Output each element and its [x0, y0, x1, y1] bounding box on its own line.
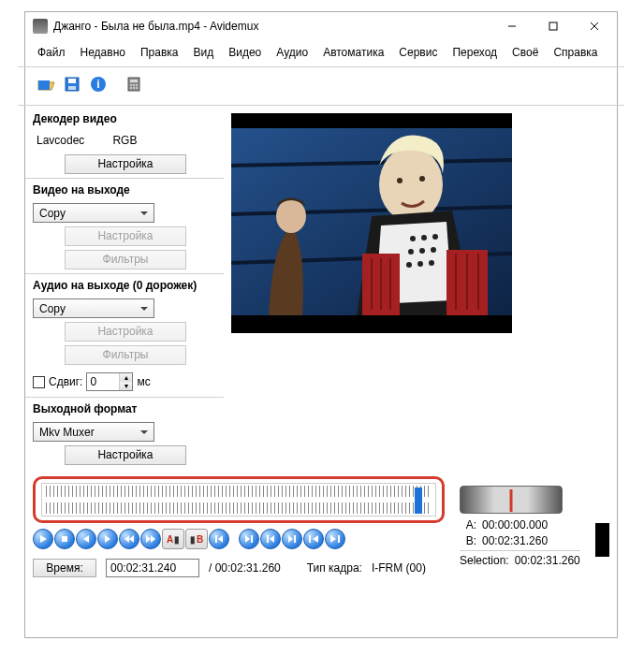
svg-rect-49 [309, 535, 311, 543]
set-marker-a-button[interactable]: A▮ [162, 529, 184, 549]
frame-type-label: Тип кадра: [307, 561, 362, 575]
app-window: Джанго - Была не была.mp4 - Avidemux Фай… [24, 11, 618, 638]
video-configure-button: Настройка [65, 226, 186, 246]
menubar: Файл Недавно Правка Вид Видео Аудио Авто… [25, 40, 617, 65]
video-codec-select[interactable]: Copy [33, 203, 154, 223]
calculator-icon[interactable] [123, 73, 145, 95]
svg-point-43 [276, 199, 306, 233]
svg-point-41 [417, 261, 423, 267]
svg-text:i: i [96, 78, 99, 91]
svg-rect-45 [215, 535, 217, 543]
prev-frame-button[interactable] [76, 529, 96, 549]
marker-b-label: B: [460, 534, 476, 547]
menu-service[interactable]: Сервис [392, 42, 444, 63]
svg-rect-6 [68, 86, 76, 90]
selection-value: 00:02:31.260 [515, 554, 580, 567]
decoder-configure-button[interactable]: Настройка [65, 154, 186, 174]
timeline-highlight [33, 476, 445, 523]
svg-point-24 [397, 178, 402, 183]
current-time-field[interactable]: 00:02:31.240 [106, 559, 199, 577]
svg-rect-10 [130, 80, 138, 82]
svg-rect-46 [251, 535, 253, 543]
prev-keyframe-button[interactable] [119, 529, 139, 549]
close-button[interactable] [574, 13, 615, 39]
titlebar[interactable]: Джанго - Была не была.mp4 - Avidemux [25, 12, 617, 40]
menu-edit[interactable]: Правка [134, 42, 185, 63]
svg-point-35 [421, 235, 427, 240]
audio-out-title: Аудио на выходе (0 дорожек) [33, 276, 216, 295]
decoder-format: RGB [112, 134, 137, 147]
svg-rect-1 [549, 22, 557, 30]
set-marker-b-button[interactable]: ▮B [185, 529, 208, 549]
prev-black-button[interactable] [260, 529, 281, 549]
next-keyframe-button[interactable] [140, 529, 161, 549]
muxer-select[interactable]: Mkv Muxer [33, 422, 154, 442]
menu-video[interactable]: Видео [222, 42, 268, 63]
menu-audio[interactable]: Аудио [270, 42, 315, 63]
info-icon[interactable]: i [87, 73, 110, 95]
svg-point-40 [406, 262, 412, 268]
audio-codec-select[interactable]: Copy [33, 298, 154, 318]
shift-input[interactable] [87, 373, 119, 390]
window-title: Джанго - Была не была.mp4 - Avidemux [53, 20, 491, 33]
transport-bar: A▮ ▮B [33, 529, 445, 549]
menu-help[interactable]: Справка [547, 42, 604, 63]
maximize-button[interactable] [533, 13, 574, 39]
svg-point-42 [429, 260, 434, 266]
selection-label: Selection: [460, 554, 509, 567]
menu-file[interactable]: Файл [31, 42, 72, 63]
app-icon [33, 19, 48, 34]
play-button[interactable] [33, 529, 53, 549]
svg-point-13 [136, 84, 138, 86]
svg-rect-47 [267, 535, 269, 543]
go-start-button[interactable] [303, 529, 324, 549]
frame-type-value: I-FRM (00) [372, 561, 426, 575]
svg-rect-44 [62, 536, 67, 542]
time-button[interactable]: Время: [33, 559, 96, 577]
menu-recent[interactable]: Недавно [74, 42, 132, 63]
svg-point-12 [133, 84, 135, 86]
next-cut-button[interactable] [239, 529, 259, 549]
svg-point-15 [133, 87, 135, 89]
stop-button[interactable] [54, 529, 75, 549]
open-icon[interactable] [35, 73, 57, 95]
muxer-configure-button[interactable]: Настройка [65, 445, 186, 465]
svg-point-39 [431, 247, 436, 253]
divider [25, 397, 224, 398]
divider [18, 66, 624, 67]
next-black-button[interactable] [282, 529, 302, 549]
menu-view[interactable]: Вид [187, 42, 221, 63]
prev-cut-button[interactable] [209, 529, 229, 549]
next-frame-button[interactable] [97, 529, 118, 549]
menu-goto[interactable]: Переход [446, 42, 504, 63]
marker-a-label: A: [460, 518, 476, 531]
ticks [46, 486, 432, 497]
decoder-title: Декодер видео [33, 109, 216, 128]
marker-b-value: 00:02:31.260 [482, 534, 548, 547]
shift-label: Сдвиг: [49, 375, 82, 388]
menu-own[interactable]: Своё [505, 42, 545, 63]
preview-thumbnail [595, 523, 609, 557]
svg-point-37 [408, 249, 414, 255]
timeline-thumb[interactable] [415, 488, 422, 514]
svg-point-14 [130, 87, 132, 89]
audio-configure-button: Настройка [65, 322, 186, 342]
save-icon[interactable] [61, 73, 83, 95]
total-time-label: / 00:02:31.260 [209, 561, 281, 575]
svg-point-25 [419, 176, 425, 182]
timeline-slider[interactable] [41, 483, 436, 517]
marker-a-value: 00:00:00.000 [482, 518, 548, 531]
svg-point-38 [419, 248, 425, 254]
svg-rect-48 [294, 535, 296, 543]
jog-wheel[interactable] [460, 486, 563, 514]
svg-point-16 [136, 87, 138, 89]
minimize-button[interactable] [491, 13, 533, 39]
divider [25, 178, 224, 179]
shift-spinner[interactable]: ▲▼ [86, 372, 133, 391]
menu-auto[interactable]: Автоматика [316, 42, 390, 63]
spin-down-icon[interactable]: ▼ [120, 382, 132, 390]
spin-up-icon[interactable]: ▲ [120, 373, 132, 382]
shift-checkbox[interactable] [33, 376, 45, 388]
go-end-button[interactable] [325, 529, 345, 549]
divider [25, 273, 224, 274]
